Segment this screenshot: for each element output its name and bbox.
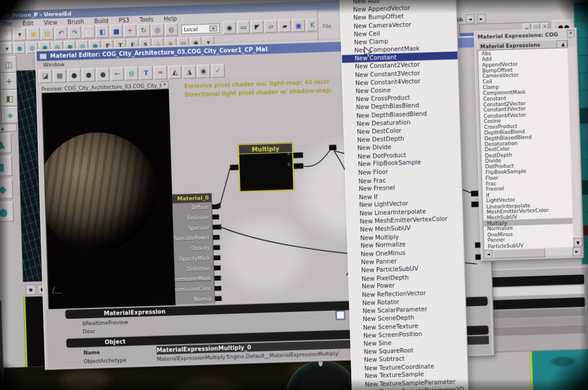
toolbar-icon: ↷: [72, 29, 78, 36]
tab-scroll-left-icon[interactable]: ◄: [465, 14, 474, 24]
input-connector[interactable]: [212, 225, 219, 230]
material-root-node[interactable]: Material_0 Diffuse Emissive Specular: [168, 193, 215, 304]
menubar-item[interactable]: View: [44, 19, 57, 26]
clean-all-icon[interactable]: ◮: [183, 65, 196, 79]
menubar-item[interactable]: Build: [94, 17, 109, 24]
input-b-connector[interactable]: [293, 163, 303, 169]
toolbar-icon: ≈: [157, 69, 163, 76]
preview-sphere-icon[interactable]: ●: [96, 68, 110, 82]
mode-extra-icon[interactable]: ◈: [2, 107, 18, 123]
apply-check-icon[interactable]: ✓: [211, 64, 225, 78]
chevron-down-icon[interactable]: ▾: [210, 25, 218, 32]
new-file-icon[interactable]: ▢: [0, 28, 13, 41]
geometry-mode-icon[interactable]: ◫: [1, 56, 17, 73]
show-text-icon[interactable]: T: [140, 66, 153, 80]
close-icon[interactable]: ×: [567, 30, 575, 38]
preview-eye-icon[interactable]: ◉: [197, 64, 211, 78]
open-dropdown-icon[interactable]: ▾: [13, 28, 26, 41]
transform-icon[interactable]: +: [1, 73, 17, 90]
input-connector[interactable]: [215, 286, 222, 291]
scroll-left-icon[interactable]: ◄: [483, 250, 493, 259]
preview-cylinder-icon[interactable]: ●: [67, 68, 81, 82]
texture-thumbnail[interactable]: [581, 180, 588, 195]
input-connector[interactable]: [214, 245, 220, 250]
input-connector[interactable]: [212, 204, 219, 210]
realtime-globe-icon[interactable]: ◍: [125, 67, 138, 80]
cut-icon[interactable]: ◤: [251, 20, 264, 33]
scroll-down-icon[interactable]: ▼: [573, 238, 582, 247]
save-icon[interactable]: ▣: [27, 28, 40, 41]
input-a-connector[interactable]: [293, 152, 303, 158]
search-icon[interactable]: ◉: [223, 21, 237, 34]
redo-icon[interactable]: ↷: [68, 26, 82, 39]
subpanel-row[interactable]: [490, 285, 585, 297]
sheet-primitive-icon[interactable]: ◆: [0, 179, 13, 200]
cylinder-primitive-icon[interactable]: ▮: [0, 156, 13, 177]
properties-dock-tab[interactable]: × Properties: COG_City_A: [0, 300, 5, 390]
sphere-primitive-icon[interactable]: ●: [0, 202, 14, 222]
input-connector[interactable]: [213, 235, 220, 240]
realtime-preview-checkbox[interactable]: [335, 310, 345, 320]
undo-icon[interactable]: ↶: [55, 26, 68, 40]
browser-icon[interactable]: ▣: [292, 19, 305, 32]
dropdown-icon[interactable]: ▾: [1, 43, 13, 54]
textured-mode-icon[interactable]: ◧: [96, 25, 109, 38]
multiply-node[interactable]: Multiply A B: [238, 142, 295, 192]
unlit-mode-icon[interactable]: ▢: [82, 26, 95, 39]
scrollbar-thumb[interactable]: [493, 248, 545, 258]
menubar-item[interactable]: Help: [164, 16, 177, 22]
toolbar-icon: ◭: [172, 69, 177, 76]
scale-icon[interactable]: ◎: [151, 24, 164, 37]
material-preview-pane[interactable]: [42, 88, 177, 310]
camera-icon[interactable]: ◍: [165, 23, 178, 36]
translate-icon[interactable]: +: [123, 24, 137, 37]
toolbar-icon: ✓: [215, 67, 221, 74]
toolbar-icon: ▭: [240, 24, 246, 31]
cone-primitive-icon[interactable]: ▲: [0, 133, 11, 154]
input-connector[interactable]: [214, 265, 221, 271]
toolbar-icon: ←: [114, 71, 120, 78]
save-all-icon[interactable]: ▤: [41, 27, 54, 40]
menubar-item[interactable]: Tools: [140, 16, 154, 23]
paste-icon[interactable]: ▰: [278, 20, 292, 33]
tab-scroll-right-icon[interactable]: ►: [477, 14, 486, 23]
texture-thumbnail[interactable]: [579, 108, 588, 124]
tab-file[interactable]: File: [323, 23, 331, 29]
grid-toggle-icon[interactable]: ▦: [53, 69, 67, 83]
copy-icon[interactable]: ▱: [265, 20, 278, 33]
palette-collapse-button[interactable]: ▲: [0, 123, 17, 132]
property-label: ObjectArchetype: [67, 356, 157, 365]
show-curves-icon[interactable]: ≈: [154, 65, 168, 79]
input-connector[interactable]: [214, 255, 220, 260]
node-connector[interactable]: [329, 145, 336, 150]
toolbar-icon: ↻: [141, 27, 147, 34]
fullscreen-icon[interactable]: ▭: [237, 21, 250, 34]
menu-window[interactable]: Window: [43, 61, 64, 68]
node-connector[interactable]: [471, 191, 478, 196]
background-toggle-icon[interactable]: ◪: [38, 69, 52, 83]
clean-unused-icon[interactable]: ◭: [168, 65, 182, 79]
scroll-right-icon[interactable]: ►: [572, 247, 582, 256]
bottom-right-viewport[interactable]: [529, 347, 588, 390]
menubar-item[interactable]: Edit: [22, 20, 34, 26]
menubar-item[interactable]: Brush: [67, 18, 84, 25]
viewport-toolbar-button[interactable]: ◉: [25, 284, 36, 295]
output-connector[interactable]: [230, 165, 239, 171]
coord-system-combo[interactable]: Local ▾: [181, 23, 220, 34]
home-arrow-icon[interactable]: ←: [110, 67, 124, 81]
menubar-item[interactable]: File: [3, 21, 13, 28]
preview-cube-icon[interactable]: ●: [82, 68, 95, 82]
view-button-p[interactable]: P: [575, 0, 585, 1]
input-connector[interactable]: [215, 296, 222, 301]
terrain-icon[interactable]: ●: [14, 42, 25, 53]
lit-mode-icon[interactable]: ■: [110, 25, 123, 38]
close-icon[interactable]: ×: [161, 81, 169, 89]
material-input-list: Diffuse Emissive Specular SpecularPower: [168, 202, 214, 305]
menubar-item[interactable]: PS3: [119, 17, 130, 24]
rotate-icon[interactable]: ↻: [137, 24, 150, 37]
input-connector[interactable]: [212, 214, 219, 219]
scroll-up-icon[interactable]: ▲: [556, 40, 567, 48]
brush-clip-icon[interactable]: ◧: [1, 90, 18, 107]
node-connector[interactable]: [471, 202, 479, 207]
input-connector[interactable]: [214, 276, 221, 281]
